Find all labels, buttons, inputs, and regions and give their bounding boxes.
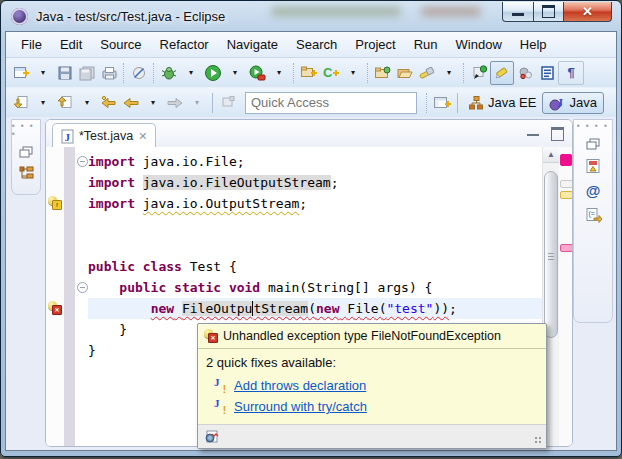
next-annotation-dropdown[interactable]: ▾ [32, 92, 54, 114]
menu-source[interactable]: Source [91, 34, 150, 55]
debug-dropdown[interactable]: ▾ [180, 62, 202, 84]
menu-refactor[interactable]: Refactor [151, 34, 218, 55]
new-class-dropdown[interactable]: ▾ [342, 62, 364, 84]
overview-mark[interactable] [560, 191, 573, 199]
previous-annotation-dropdown[interactable]: ▾ [76, 92, 98, 114]
perspective-java-label: Java [569, 95, 596, 110]
menu-help[interactable]: Help [511, 34, 556, 55]
open-folder-button[interactable] [394, 62, 416, 84]
restore-view-icon[interactable] [586, 138, 600, 150]
toolbar-separator [463, 63, 465, 83]
save-all-button[interactable] [76, 62, 98, 84]
scrollbar-thumb[interactable] [544, 171, 558, 338]
fold-collapse-icon[interactable] [77, 282, 88, 293]
new-class-button[interactable]: C [320, 62, 342, 84]
menu-edit[interactable]: Edit [51, 34, 91, 55]
fold-collapse-icon[interactable] [77, 156, 88, 167]
last-edit-arrow-icon [100, 95, 118, 111]
next-annotation-button[interactable] [10, 92, 32, 114]
menu-file[interactable]: File [12, 34, 51, 55]
highlighter-icon [493, 64, 511, 82]
folding-ruler[interactable] [75, 147, 88, 446]
mark-occurrences-button[interactable] [490, 61, 514, 85]
quick-fix-link[interactable]: Surround with try/catch [234, 399, 367, 414]
tooltip-title: Unhandled exception type FileNotFoundExc… [223, 329, 501, 343]
forward-arrow-icon [166, 95, 184, 111]
print-button[interactable] [98, 62, 120, 84]
code-line: new FileOutputStream(new File("test")); [88, 298, 542, 319]
new-wizard-button[interactable] [10, 62, 32, 84]
menu-navigate[interactable]: Navigate [218, 34, 287, 55]
quick-access-input[interactable] [245, 92, 417, 114]
declaration-view-icon[interactable]: (= [585, 207, 602, 223]
run-button[interactable] [202, 62, 224, 84]
coverage-dropdown[interactable]: ▾ [268, 62, 290, 84]
overview-mark[interactable] [560, 244, 573, 252]
close-button[interactable]: ✕ [563, 2, 612, 22]
quick-fix-link[interactable]: Add throws declaration [234, 378, 366, 393]
annotation-ruler[interactable]: !✕ [46, 147, 64, 446]
scroll-up-icon[interactable]: ▲ [543, 147, 559, 163]
coverage-button[interactable] [246, 62, 268, 84]
forward-button[interactable] [164, 92, 186, 114]
pin-editor-button[interactable] [217, 92, 239, 114]
new-icon [13, 64, 30, 81]
java-file-icon: J [61, 129, 74, 144]
previous-annotation-button[interactable] [54, 92, 76, 114]
show-whitespace-button[interactable]: ¶ [558, 61, 584, 85]
new-class-icon: C [322, 64, 340, 81]
menu-project[interactable]: Project [346, 34, 404, 55]
search-dropdown[interactable]: ▾ [438, 62, 460, 84]
skip-breakpoints-button[interactable] [128, 62, 150, 84]
back-button[interactable] [120, 92, 142, 114]
overview-ruler[interactable] [559, 147, 572, 446]
restore-view-icon[interactable] [19, 146, 33, 158]
last-edit-location-button[interactable] [98, 92, 120, 114]
tab-test-java[interactable]: J *Test.java ✕ [52, 123, 156, 148]
toolbar-separator [153, 63, 155, 83]
overview-mark[interactable] [560, 154, 572, 166]
run-dropdown[interactable]: ▾ [224, 62, 246, 84]
pilcrow-icon: ¶ [567, 65, 574, 80]
perspective-java-ee[interactable]: Java EE [462, 93, 542, 113]
drag-handle[interactable]: ▪ ▪ ▪ ▪ [12, 122, 40, 138]
show-selected-element-button[interactable] [536, 62, 558, 84]
search-button[interactable] [416, 62, 438, 84]
drag-handle[interactable]: ▪ ▪ ▪ ▪ [577, 122, 609, 130]
svg-text:J: J [65, 130, 71, 142]
back-dropdown[interactable]: ▾ [142, 92, 164, 114]
resize-grip[interactable] [534, 436, 543, 445]
open-perspective-button[interactable] [431, 92, 453, 114]
build-button[interactable] [514, 62, 536, 84]
minimize-button[interactable] [502, 2, 534, 22]
svg-text:C: C [323, 65, 333, 80]
new-java-project-icon [300, 64, 318, 81]
warning-lightbulb-icon[interactable]: ! [48, 196, 62, 210]
menu-run[interactable]: Run [405, 34, 447, 55]
new-dropdown[interactable]: ▾ [32, 62, 54, 84]
toolbar-separator [367, 63, 369, 83]
package-explorer-icon[interactable] [19, 166, 34, 180]
correction-proposal-icon: J! [214, 400, 228, 414]
open-task-button[interactable] [372, 62, 394, 84]
debug-button[interactable] [158, 62, 180, 84]
overview-mark[interactable] [560, 180, 573, 188]
title-bar[interactable]: Java - test/src/Test.java - Eclipse ✕ [1, 1, 621, 31]
perspective-java[interactable]: J Java [542, 92, 603, 114]
maximize-editor-icon[interactable] [551, 127, 564, 141]
javadoc-view-icon[interactable]: @ [586, 182, 601, 199]
select-element-button[interactable] [468, 62, 490, 84]
annotation-preferences-icon[interactable] [204, 429, 220, 444]
maximize-button[interactable] [534, 2, 563, 22]
previous-annotation-icon [56, 94, 74, 111]
menu-window[interactable]: Window [447, 34, 511, 55]
tab-close-icon[interactable]: ✕ [138, 130, 147, 143]
menu-search[interactable]: Search [287, 34, 346, 55]
save-button[interactable] [54, 62, 76, 84]
forward-dropdown[interactable]: ▾ [186, 92, 208, 114]
minimize-editor-icon[interactable] [527, 130, 539, 136]
code-line: import java.io.OutputStream; [88, 193, 542, 214]
error-lightbulb-icon[interactable]: ✕ [48, 301, 62, 315]
new-java-project-button[interactable] [298, 62, 320, 84]
problems-view-icon[interactable] [585, 158, 601, 174]
